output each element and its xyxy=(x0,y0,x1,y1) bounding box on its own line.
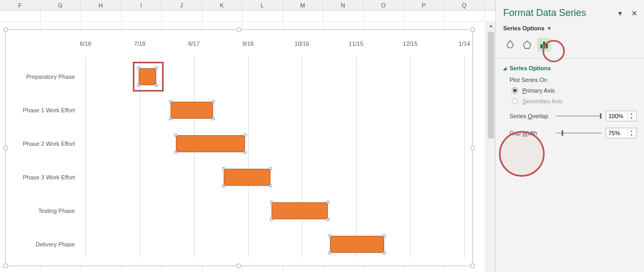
series-overlap-row: Series Overlap ▲▼ xyxy=(496,106,644,123)
selection-handle[interactable] xyxy=(211,100,215,103)
selection-handle[interactable] xyxy=(243,134,247,137)
annotation-circle xyxy=(499,131,545,177)
secondary-axis-radio[interactable]: Secondary Axis xyxy=(496,96,644,106)
data-bar[interactable] xyxy=(224,169,270,186)
spinner-arrows-icon[interactable]: ▲▼ xyxy=(628,112,635,120)
collapse-triangle-icon[interactable]: ◢ xyxy=(503,66,506,71)
chart-object[interactable]: 6/18 7/18 8/17 9/16 10/16 11/15 12/15 1/… xyxy=(5,29,473,266)
pane-title: Format Data Series xyxy=(503,7,586,19)
selection-handle[interactable] xyxy=(383,234,386,237)
close-icon[interactable]: ✕ xyxy=(631,9,638,18)
axis-tick: 12/15 xyxy=(403,40,418,47)
series-options-section-header[interactable]: ◢ Series Options xyxy=(496,63,644,73)
resize-handle[interactable] xyxy=(236,27,241,32)
axis-tick: 10/16 xyxy=(294,40,309,47)
radio-icon[interactable] xyxy=(512,98,518,104)
col-header[interactable]: O xyxy=(363,0,404,10)
axis-tick: 6/18 xyxy=(80,40,91,47)
col-header[interactable]: P xyxy=(404,0,444,10)
series-overlap-label: Series Overlap xyxy=(510,113,552,119)
plot-area[interactable] xyxy=(86,56,464,258)
series-overlap-input[interactable]: ▲▼ xyxy=(606,111,637,121)
selection-handle[interactable] xyxy=(328,251,332,254)
selection-handle[interactable] xyxy=(137,84,140,87)
selection-handle[interactable] xyxy=(155,84,158,87)
col-header[interactable]: H xyxy=(81,0,121,10)
col-header[interactable]: K xyxy=(202,0,242,10)
axis-tick: 11/15 xyxy=(349,40,363,47)
data-bar[interactable] xyxy=(171,102,213,119)
resize-handle[interactable] xyxy=(470,145,475,150)
category-label[interactable]: Preparatory Phase xyxy=(6,73,80,80)
data-bar[interactable] xyxy=(272,202,328,219)
series-overlap-value[interactable] xyxy=(606,112,628,120)
col-header[interactable]: L xyxy=(242,0,283,10)
resize-handle[interactable] xyxy=(470,27,475,32)
selection-handle[interactable] xyxy=(222,184,225,187)
category-label[interactable]: Testing Phase xyxy=(6,208,80,214)
svg-rect-1 xyxy=(540,44,543,48)
category-label[interactable]: Phase 3 Work Effort xyxy=(6,174,80,180)
vertical-scrollbar[interactable]: ▲ xyxy=(486,21,495,272)
x-axis[interactable]: 6/18 7/18 8/17 9/16 10/16 11/15 12/15 1/… xyxy=(86,40,464,51)
selection-handle[interactable] xyxy=(269,167,272,170)
selection-handle[interactable] xyxy=(243,151,247,154)
axis-tick: 1/14 xyxy=(459,40,470,47)
selection-handle[interactable] xyxy=(383,251,386,254)
col-header[interactable]: N xyxy=(323,0,363,10)
data-bar[interactable] xyxy=(176,135,245,152)
selection-handle[interactable] xyxy=(328,234,332,237)
pane-menu-dropdown-icon[interactable]: ▾ xyxy=(618,10,622,17)
col-header[interactable]: I xyxy=(121,0,162,10)
gap-width-value[interactable] xyxy=(606,129,628,137)
spinner-arrows-icon[interactable]: ▲▼ xyxy=(628,129,635,137)
selection-handle[interactable] xyxy=(211,117,215,120)
axis-tick: 7/18 xyxy=(134,40,145,47)
chevron-down-icon[interactable]: ▼ xyxy=(547,26,552,31)
selection-handle[interactable] xyxy=(270,218,273,221)
selection-handle[interactable] xyxy=(326,218,329,221)
svg-marker-0 xyxy=(523,41,531,48)
radio-icon[interactable] xyxy=(512,87,518,94)
series-options-dropdown[interactable]: Series Options xyxy=(503,25,545,31)
selection-handle[interactable] xyxy=(174,151,177,154)
worksheet-area[interactable]: 6/18 7/18 8/17 9/16 10/16 11/15 12/15 1/… xyxy=(0,11,495,272)
format-data-series-pane: Format Data Series ▾ ✕ Series Options ▼ xyxy=(495,0,644,272)
category-label[interactable]: Phase 2 Work Effort xyxy=(6,141,80,147)
effects-icon[interactable] xyxy=(520,38,534,52)
col-header[interactable]: F xyxy=(0,0,40,10)
selection-handle[interactable] xyxy=(169,100,172,103)
fill-and-line-icon[interactable] xyxy=(503,38,517,52)
gap-width-slider[interactable] xyxy=(556,129,601,137)
col-header[interactable]: M xyxy=(283,0,323,10)
selection-handle[interactable] xyxy=(270,201,273,204)
annotation-circle xyxy=(543,40,565,62)
resize-handle[interactable] xyxy=(3,27,8,32)
data-bar[interactable] xyxy=(139,68,156,85)
category-label[interactable]: Phase 1 Work Effort xyxy=(6,107,80,113)
series-overlap-slider[interactable] xyxy=(556,112,601,120)
selection-handle[interactable] xyxy=(137,67,140,70)
gap-width-input[interactable]: ▲▼ xyxy=(606,128,637,138)
selection-handle[interactable] xyxy=(174,134,177,137)
selection-handle[interactable] xyxy=(326,201,329,204)
scroll-up-arrow-icon[interactable]: ▲ xyxy=(487,21,495,30)
col-header[interactable]: G xyxy=(40,0,81,10)
selection-handle[interactable] xyxy=(222,167,225,170)
resize-handle[interactable] xyxy=(3,263,8,268)
primary-axis-radio[interactable]: Primary Axis xyxy=(496,85,644,96)
category-label[interactable]: Delivery Phase xyxy=(6,241,80,248)
col-header[interactable]: Q xyxy=(444,0,485,10)
selection-handle[interactable] xyxy=(169,117,172,120)
axis-tick: 9/16 xyxy=(242,40,253,47)
data-bar[interactable] xyxy=(330,236,384,253)
selection-handle[interactable] xyxy=(155,67,158,70)
selection-handle[interactable] xyxy=(269,184,272,187)
col-header[interactable]: J xyxy=(162,0,202,10)
axis-tick: 8/17 xyxy=(188,40,199,47)
plot-series-on-label: Plot Series On xyxy=(496,73,644,85)
resize-handle[interactable] xyxy=(470,263,475,268)
resize-handle[interactable] xyxy=(236,263,241,268)
scrollbar-thumb[interactable] xyxy=(488,32,494,138)
